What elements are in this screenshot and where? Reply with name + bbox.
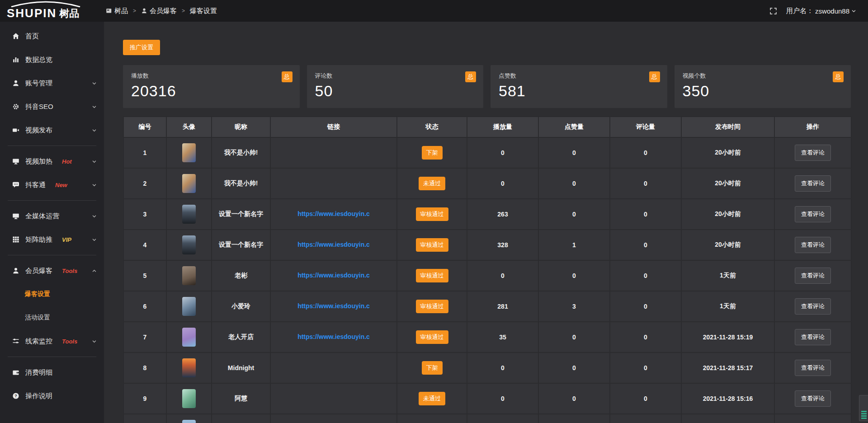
- chevron-down-icon: [92, 183, 97, 188]
- view-comments-button[interactable]: 查看评论: [795, 329, 831, 345]
- user-icon: [12, 267, 19, 274]
- sidebar-item-clue-monitor[interactable]: 线索监控 Tools: [0, 329, 104, 353]
- sidebar-item-label: 全媒体运营: [25, 212, 59, 221]
- table-row: 5 老彬 https://www.iesdouyin.c 审核通过 0 0 0 …: [123, 260, 851, 291]
- user-area: 用户名：zswodun88: [769, 7, 868, 15]
- comment-count: 0: [644, 180, 647, 187]
- table-row: 4 设置一个新名字 https://www.iesdouyin.c 审核通过 3…: [123, 230, 851, 260]
- chevron-down-icon: [92, 81, 97, 86]
- sidebar-item-account-management[interactable]: 账号管理: [0, 71, 104, 95]
- sidebar-item-video-publish[interactable]: 视频发布: [0, 118, 104, 142]
- breadcrumb-item-member[interactable]: 会员爆客: [141, 7, 177, 15]
- nickname: 小爱玲: [231, 302, 250, 310]
- status-badge: 审核通过: [416, 238, 448, 252]
- sidebar-item-douyin-seo[interactable]: 抖音SEO: [0, 95, 104, 118]
- publish-time: 2021-11-28 15:17: [703, 364, 753, 371]
- status-badge: 下架: [422, 146, 443, 160]
- sidebar-item-member-baoke[interactable]: 会员爆客 Tools: [0, 259, 104, 282]
- sidebar-item-instructions[interactable]: ? 操作说明: [0, 384, 104, 408]
- sidebar-item-label: 抖音SEO: [25, 103, 53, 111]
- tools-badge: Tools: [62, 268, 77, 274]
- gear-icon: [12, 103, 19, 110]
- sidebar-item-omnimedia[interactable]: 全媒体运营: [0, 204, 104, 228]
- row-number: 5: [143, 272, 147, 279]
- avatar: [182, 297, 196, 316]
- avatar: [182, 235, 196, 254]
- like-count: 0: [572, 272, 576, 279]
- sidebar-subitem-activity-settings[interactable]: 活动设置: [0, 306, 104, 329]
- home-icon: [12, 33, 19, 40]
- play-count: 328: [497, 241, 508, 249]
- sidebar-item-data-overview[interactable]: 数据总览: [0, 48, 104, 71]
- sidebar-item-douketong[interactable]: 抖客通 New: [0, 173, 104, 197]
- publish-time: 20小时前: [715, 241, 741, 248]
- view-comments-button[interactable]: 查看评论: [795, 145, 831, 161]
- breadcrumb-item-home[interactable]: 树品: [106, 7, 128, 15]
- video-link[interactable]: https://www.iesdouyin.c: [297, 272, 370, 279]
- row-number: 4: [143, 241, 147, 249]
- promotion-settings-button[interactable]: 推广设置: [123, 40, 160, 55]
- total-badge: 总: [833, 71, 844, 82]
- table-header-row: 编号头像昵称链接状态播放量点赞量评论量发布时间操作: [123, 117, 851, 137]
- fullscreen-icon[interactable]: [769, 7, 777, 15]
- top-bar: SHUPIN 树品 树品 > 会员爆客 > 爆客设置 用户名：zswodun88: [0, 0, 868, 22]
- chevron-down-icon: [92, 214, 97, 219]
- like-count: 1: [572, 241, 576, 249]
- column-header: 状态: [397, 117, 467, 137]
- publish-time: 20小时前: [715, 210, 741, 217]
- video-camera-icon: [12, 127, 19, 134]
- stat-label: 评论数: [315, 72, 476, 80]
- sidebar-item-consumption-details[interactable]: 消费明细: [0, 361, 104, 384]
- sidebar-subitem-label: 活动设置: [25, 314, 50, 322]
- like-count: 0: [572, 211, 576, 218]
- table-row: 1 我不是小帅! 下架 0 0 0 20小时前 查看评论: [123, 137, 851, 168]
- nickname: 设置一个新名字: [219, 210, 263, 217]
- table-row: 3 设置一个新名字 https://www.iesdouyin.c 审核通过 2…: [123, 199, 851, 230]
- stat-value: 20316: [131, 82, 292, 100]
- view-comments-button[interactable]: 查看评论: [795, 360, 831, 376]
- column-header: 链接: [270, 117, 397, 137]
- sidebar-item-home[interactable]: 首页: [0, 24, 104, 48]
- breadcrumb-label: 树品: [114, 7, 128, 15]
- sidebar-item-matrix-boost[interactable]: 矩阵助推 VIP: [0, 228, 104, 251]
- stat-card: 点赞数 581 总: [491, 65, 667, 108]
- video-link[interactable]: https://www.iesdouyin.c: [297, 241, 370, 248]
- video-link[interactable]: https://www.iesdouyin.c: [297, 333, 370, 340]
- user-menu[interactable]: 用户名：zswodun88: [786, 7, 856, 15]
- view-comments-button[interactable]: 查看评论: [795, 298, 831, 315]
- view-comments-button[interactable]: 查看评论: [795, 237, 831, 253]
- table-row: 9 阿慧 未通过 0 0 0 2021-11-28 15:16 查看评论: [123, 383, 851, 414]
- sidebar-item-label: 数据总览: [25, 56, 52, 64]
- comment-count: 0: [644, 272, 647, 279]
- play-count: 0: [501, 272, 505, 279]
- user-icon: [141, 8, 147, 14]
- video-link[interactable]: https://www.iesdouyin.c: [297, 302, 370, 310]
- table-row: 8 Midnight 下架 0 0 0 2021-11-28 15:17 查看评…: [123, 352, 851, 383]
- sidebar-item-label: 抖客通: [25, 181, 46, 189]
- comment-count: 0: [644, 395, 647, 402]
- row-number: 7: [143, 334, 147, 341]
- stat-label: 播放数: [131, 72, 292, 80]
- row-number: 2: [143, 180, 147, 187]
- chevron-down-icon: [92, 159, 97, 164]
- sidebar-item-video-heating[interactable]: 视频加热 Hot: [0, 150, 104, 173]
- stat-card: 播放数 20316 总: [123, 65, 300, 108]
- sidebar-subitem-baoke-settings[interactable]: 爆客设置: [0, 282, 104, 306]
- floating-widget[interactable]: [859, 395, 868, 421]
- videos-table: 编号头像昵称链接状态播放量点赞量评论量发布时间操作 1 我不是小帅! 下架 0 …: [123, 116, 852, 423]
- view-comments-button[interactable]: 查看评论: [795, 206, 831, 222]
- monitor-icon: [12, 212, 19, 220]
- video-link[interactable]: https://www.iesdouyin.c: [297, 210, 370, 217]
- question-circle-icon: ?: [12, 392, 19, 400]
- avatar: [182, 174, 196, 193]
- column-header: 播放量: [467, 117, 538, 137]
- view-comments-button[interactable]: 查看评论: [795, 390, 831, 407]
- view-comments-button[interactable]: 查看评论: [795, 175, 831, 192]
- monitor-heat-icon: [12, 158, 19, 165]
- chevron-up-icon: [92, 268, 97, 273]
- comment-count: 0: [644, 334, 647, 341]
- status-badge: 下架: [422, 361, 443, 375]
- view-comments-button[interactable]: 查看评论: [795, 268, 831, 284]
- nickname: 设置一个新名字: [219, 241, 263, 248]
- stat-value: 581: [499, 82, 659, 100]
